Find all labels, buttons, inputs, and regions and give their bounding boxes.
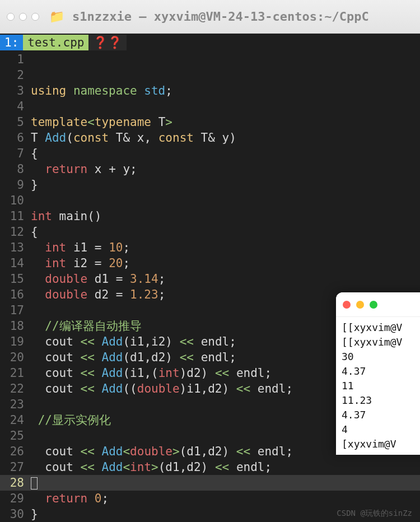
code-line[interactable]: 2 — [0, 67, 420, 83]
terminal-line: [[xyxvim@V — [342, 320, 420, 335]
code-content: return x + y; — [31, 161, 137, 177]
code-line[interactable]: 7{ — [0, 146, 420, 161]
line-number: 6 — [0, 130, 31, 146]
code-line[interactable]: 5template<typename T> — [0, 114, 420, 130]
terminal-titlebar — [336, 292, 420, 317]
code-line[interactable]: 28 — [0, 475, 420, 491]
terminal-window: [[xyxvim@V[[xyxvim@V304.371111.234.374[x… — [336, 292, 420, 455]
terminal-line: [[xyxvim@V — [342, 335, 420, 349]
terminal-line: 11.23 — [342, 393, 420, 408]
cursor — [31, 477, 38, 490]
code-line[interactable]: 10 — [0, 193, 420, 208]
code-content: //编译器自动推导 — [31, 318, 142, 334]
code-line[interactable]: 15 double d1 = 3.14; — [0, 271, 420, 287]
watermark: CSDN @玩铁的sinZz — [337, 509, 412, 519]
code-line[interactable]: 8 return x + y; — [0, 161, 420, 177]
code-content: double d1 = 3.14; — [31, 271, 165, 287]
line-number: 14 — [0, 255, 31, 271]
folder-icon: 📁 — [49, 10, 64, 24]
terminal-line: 4 — [342, 422, 420, 437]
code-content: } — [31, 177, 38, 193]
code-content: T Add(const T& x, const T& y) — [31, 130, 236, 146]
line-number: 1 — [0, 52, 31, 67]
line-number: 9 — [0, 177, 31, 193]
code-line[interactable]: 3using namespace std; — [0, 83, 420, 99]
terminal-line: 4.37 — [342, 364, 420, 379]
code-content: { — [31, 146, 38, 161]
line-number: 3 — [0, 83, 31, 99]
line-number: 18 — [0, 318, 31, 334]
code-content: int main() — [31, 208, 101, 224]
terminal-zoom-dot[interactable] — [370, 301, 377, 309]
code-content: //显示实例化 — [31, 412, 111, 428]
code-line[interactable]: 9} — [0, 177, 420, 193]
code-line[interactable]: 1 — [0, 52, 420, 67]
tab-index: 1: — [0, 35, 23, 50]
code-content: cout << Add<int>(d1,d2) << endl; — [31, 459, 272, 475]
line-number: 12 — [0, 224, 31, 240]
code-content: cout << Add(i1,(int)d2) << endl; — [31, 365, 272, 381]
line-number: 16 — [0, 287, 31, 302]
line-number: 10 — [0, 193, 31, 208]
code-content: template<typename T> — [31, 114, 172, 130]
code-content: int i1 = 10; — [31, 240, 130, 255]
code-line[interactable]: 13 int i1 = 10; — [0, 240, 420, 255]
line-number: 29 — [0, 491, 31, 506]
code-content: int i2 = 20; — [31, 255, 130, 271]
code-content: cout << Add((double)i1,d2) << endl; — [31, 381, 293, 397]
line-number: 28 — [0, 475, 31, 491]
line-number: 13 — [0, 240, 31, 255]
close-dot[interactable] — [7, 13, 15, 21]
line-number: 11 — [0, 208, 31, 224]
code-content: cout << Add(d1,d2) << endl; — [31, 349, 236, 365]
code-content: cout << Add<double>(d1,d2) << endl; — [31, 444, 293, 459]
tab-filename[interactable]: test.cpp — [23, 35, 88, 50]
window-titlebar: 📁 s1nzzxie — xyxvim@VM-24-13-centos:~/Cp… — [0, 0, 420, 34]
line-number: 19 — [0, 334, 31, 349]
line-number: 20 — [0, 349, 31, 365]
line-number: 21 — [0, 365, 31, 381]
terminal-line: 11 — [342, 379, 420, 393]
line-number: 30 — [0, 506, 31, 522]
traffic-lights — [7, 13, 39, 21]
line-number: 2 — [0, 67, 31, 83]
terminal-output[interactable]: [[xyxvim@V[[xyxvim@V304.371111.234.374[x… — [336, 317, 420, 455]
code-content: { — [31, 224, 38, 240]
code-content: double d2 = 1.23; — [31, 287, 165, 302]
code-content: return 0; — [31, 491, 109, 506]
terminal-close-dot[interactable] — [343, 301, 351, 309]
line-number: 27 — [0, 459, 31, 475]
line-number: 15 — [0, 271, 31, 287]
zoom-dot[interactable] — [31, 13, 39, 21]
window-title: s1nzzxie — xyxvim@VM-24-13-centos:~/CppC — [72, 10, 369, 24]
code-line[interactable]: 4 — [0, 99, 420, 114]
line-number: 26 — [0, 444, 31, 459]
line-number: 4 — [0, 99, 31, 114]
tab-bar: 1: test.cpp ❓❓ — [0, 34, 420, 52]
code-line[interactable]: 29 return 0; — [0, 491, 420, 506]
line-number: 7 — [0, 146, 31, 161]
code-line[interactable]: 12{ — [0, 224, 420, 240]
minimize-dot[interactable] — [19, 13, 27, 21]
terminal-line: 30 — [342, 349, 420, 364]
terminal-minimize-dot[interactable] — [356, 301, 364, 309]
code-line[interactable]: 11int main() — [0, 208, 420, 224]
terminal-line: 4.37 — [342, 408, 420, 422]
line-number: 24 — [0, 412, 31, 428]
code-content: cout << Add(i1,i2) << endl; — [31, 334, 236, 349]
code-content: using namespace std; — [31, 83, 172, 99]
code-content: } — [31, 506, 38, 522]
line-number: 5 — [0, 114, 31, 130]
line-number: 8 — [0, 161, 31, 177]
line-number: 25 — [0, 428, 31, 444]
code-content — [31, 475, 38, 491]
code-line[interactable]: 27 cout << Add<int>(d1,d2) << endl; — [0, 459, 420, 475]
tab-flags: ❓❓ — [88, 35, 127, 50]
terminal-line: [xyxvim@V — [342, 437, 420, 451]
code-line[interactable]: 14 int i2 = 20; — [0, 255, 420, 271]
code-line[interactable]: 6T Add(const T& x, const T& y) — [0, 130, 420, 146]
line-number: 23 — [0, 397, 31, 412]
line-number: 22 — [0, 381, 31, 397]
line-number: 17 — [0, 302, 31, 318]
